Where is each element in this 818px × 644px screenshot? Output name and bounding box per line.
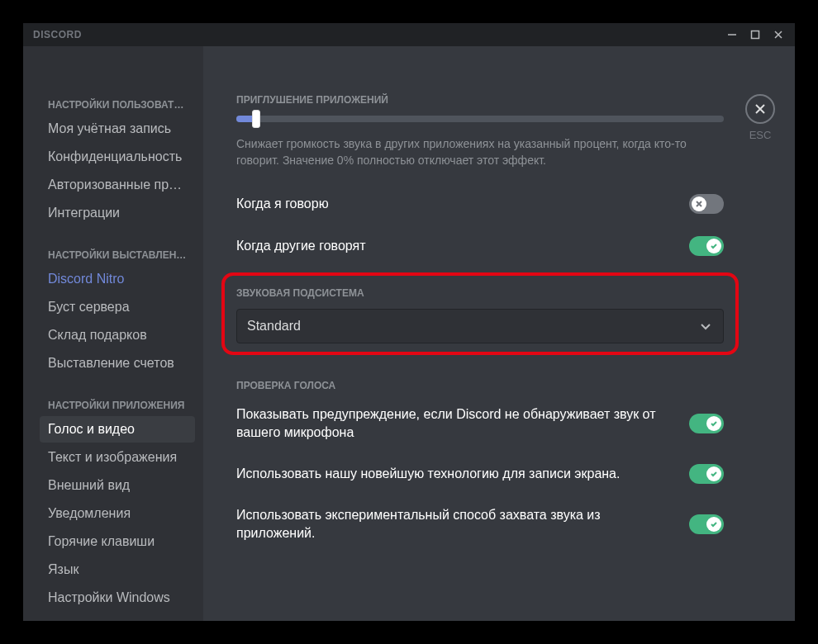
settings-content: ПРИГЛУШЕНИЕ ПРИЛОЖЕНИЙ Снижает громкость… [203,46,795,621]
sidebar-item-appearance[interactable]: Внешний вид [40,472,195,499]
toggle-experimental-audio[interactable] [689,514,724,534]
audio-subsystem-select[interactable]: Standard [236,309,724,343]
sidebar-item-keybinds[interactable]: Горячие клавиши [40,528,195,555]
sidebar-item-server-boost[interactable]: Буст сервера [40,294,195,320]
toggle-when-others-speak[interactable] [689,236,724,256]
toggle-when-others-speak-label: Когда другие говорят [236,237,689,255]
toggle-experimental-audio-row: Использовать экспериментальный способ за… [236,502,724,542]
titlebar: DISCORD [23,23,795,46]
slider-thumb[interactable] [252,110,260,128]
toggle-mic-warning-row: Показывать предупреждение, если Discord … [236,401,724,460]
sidebar-section-user: НАСТРОЙКИ ПОЛЬЗОВАТЕЛЯ [40,94,195,116]
sidebar-item-billing[interactable]: Выставление счетов [40,350,195,376]
check-icon [706,466,721,481]
window-controls [721,25,790,45]
app-title: DISCORD [33,29,82,40]
sidebar-item-integrations[interactable]: Интеграции [40,200,195,226]
esc-label: ESC [745,129,775,141]
close-window-button[interactable] [767,25,790,45]
sidebar-item-notifications[interactable]: Уведомления [40,500,195,527]
close-settings-button[interactable] [745,94,775,124]
check-icon [706,416,721,431]
attenuation-heading: ПРИГЛУШЕНИЕ ПРИЛОЖЕНИЙ [236,94,724,106]
minimize-button[interactable] [721,25,744,45]
toggle-when-others-speak-row: Когда другие говорят [236,232,724,261]
toggle-screen-tech-label: Использовать нашу новейшую технологию дл… [236,465,689,483]
toggle-mic-warning[interactable] [689,414,724,433]
close-icon [754,102,767,116]
toggle-when-i-speak-label: Когда я говорю [236,195,689,213]
toggle-mic-warning-label: Показывать предупреждение, если Discord … [236,405,689,442]
maximize-button[interactable] [744,25,767,45]
audio-subsystem-highlight: ЗВУКОВАЯ ПОДСИСТЕМА Standard [221,272,739,355]
check-icon [706,517,721,532]
sidebar-item-gift-inventory[interactable]: Склад подарков [40,322,195,348]
sidebar-section-app: НАСТРОЙКИ ПРИЛОЖЕНИЯ [40,395,195,416]
toggle-when-i-speak-row: Когда я говорю [236,190,724,232]
attenuation-help: Снижает громкость звука в других приложе… [236,135,724,168]
x-icon [692,197,706,211]
sidebar-item-text-images[interactable]: Текст и изображения [40,444,195,471]
attenuation-slider[interactable] [236,116,724,122]
toggle-experimental-audio-label: Использовать экспериментальный способ за… [236,506,689,542]
chevron-down-icon [698,319,713,334]
toggle-when-i-speak[interactable] [689,194,724,214]
sidebar-item-authorized-apps[interactable]: Авторизованные прил… [40,172,195,198]
sidebar-item-windows[interactable]: Настройки Windows [40,585,195,611]
app-window: DISCORD НАСТРОЙКИ ПОЛЬЗОВАТЕЛЯ Моя учётн… [23,23,795,621]
sidebar-item-account[interactable]: Моя учётная запись [40,116,195,142]
audio-subsystem-value: Standard [247,319,301,334]
sidebar-section-billing: НАСТРОЙКИ ВЫСТАВЛЕНИЯ… [40,244,195,266]
toggle-screen-tech[interactable] [689,464,724,484]
settings-sidebar: НАСТРОЙКИ ПОЛЬЗОВАТЕЛЯ Моя учётная запис… [23,46,203,621]
sidebar-item-voice-video[interactable]: Голос и видео [40,416,195,443]
audio-subsystem-heading: ЗВУКОВАЯ ПОДСИСТЕМА [236,287,724,299]
svg-rect-1 [752,31,759,39]
check-icon [706,239,721,253]
sidebar-item-nitro[interactable]: Discord Nitro [40,266,195,292]
toggle-screen-tech-row: Использовать нашу новейшую технологию дл… [236,460,724,502]
sidebar-item-language[interactable]: Язык [40,556,195,583]
voice-check-heading: ПРОВЕРКА ГОЛОСА [236,380,724,391]
sidebar-item-privacy[interactable]: Конфиденциальность [40,144,195,170]
